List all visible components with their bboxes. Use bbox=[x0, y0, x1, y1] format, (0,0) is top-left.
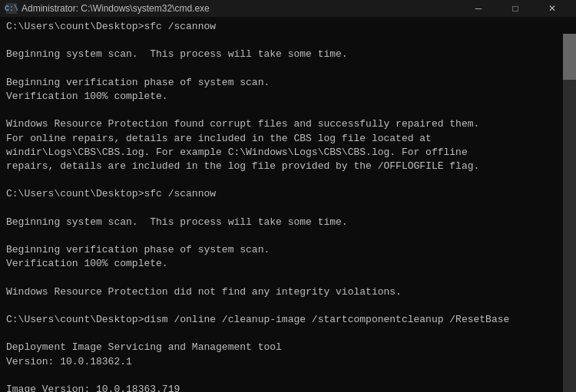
title-bar-left: C:\ Administrator: C:\Windows\system32\c… bbox=[6, 3, 210, 14]
terminal-line: Windows Resource Protection did not find… bbox=[6, 285, 563, 299]
window-title: Administrator: C:\Windows\system32\cmd.e… bbox=[22, 3, 210, 14]
terminal-line: For online repairs, details are included… bbox=[6, 132, 563, 146]
terminal-line: Beginning system scan. This process will… bbox=[6, 48, 563, 61]
minimize-button[interactable]: ─ bbox=[461, 0, 496, 17]
terminal-line bbox=[6, 104, 563, 117]
scrollbar-thumb[interactable] bbox=[563, 34, 576, 80]
title-bar: C:\ Administrator: C:\Windows\system32\c… bbox=[0, 0, 576, 17]
terminal-line: Image Version: 10.0.18363.719 bbox=[6, 383, 563, 392]
terminal-line bbox=[6, 369, 563, 383]
terminal-line: C:\Users\count\Desktop>sfc /scannow bbox=[6, 187, 563, 201]
terminal-line: Beginning verification phase of system s… bbox=[6, 76, 563, 90]
maximize-button[interactable]: □ bbox=[498, 0, 533, 17]
terminal-line: Verification 100% complete. bbox=[6, 257, 563, 271]
terminal-line: Windows Resource Protection found corrup… bbox=[6, 117, 563, 131]
terminal-line: windir\Logs\CBS\CBS.log. For example C:\… bbox=[6, 146, 563, 160]
terminal-wrapper: C:\Users\count\Desktop>sfc /scannow Begi… bbox=[0, 17, 576, 392]
terminal-line: Version: 10.0.18362.1 bbox=[6, 355, 563, 369]
terminal-line bbox=[6, 271, 563, 285]
terminal-line bbox=[6, 299, 563, 313]
terminal-line bbox=[6, 327, 563, 341]
window: C:\ Administrator: C:\Windows\system32\c… bbox=[0, 0, 576, 392]
cmd-icon: C:\ bbox=[6, 3, 17, 14]
terminal-line bbox=[6, 229, 563, 243]
terminal-line: repairs, details are included in the log… bbox=[6, 160, 563, 173]
close-button[interactable]: ✕ bbox=[535, 0, 570, 17]
terminal-line bbox=[6, 62, 563, 76]
terminal-line: Deployment Image Servicing and Managemen… bbox=[6, 341, 563, 354]
terminal-line: Beginning system scan. This process will… bbox=[6, 216, 563, 229]
terminal-line: C:\Users\count\Desktop>sfc /scannow bbox=[6, 20, 563, 34]
scrollbar-track[interactable] bbox=[563, 34, 576, 392]
terminal-line: C:\Users\count\Desktop>dism /online /cle… bbox=[6, 313, 563, 327]
terminal-line bbox=[6, 201, 563, 215]
terminal-line bbox=[6, 173, 563, 187]
terminal-line bbox=[6, 34, 563, 48]
terminal-body[interactable]: C:\Users\count\Desktop>sfc /scannow Begi… bbox=[0, 17, 576, 392]
terminal-line: Beginning verification phase of system s… bbox=[6, 243, 563, 257]
window-controls: ─ □ ✕ bbox=[461, 0, 570, 17]
terminal-line: Verification 100% complete. bbox=[6, 90, 563, 104]
